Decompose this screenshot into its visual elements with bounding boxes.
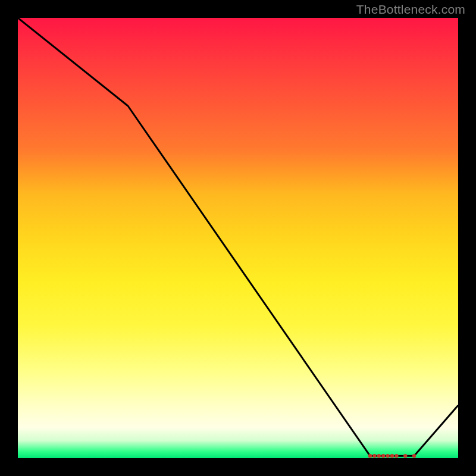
- curve-path: [18, 18, 458, 456]
- bottleneck-curve: [18, 18, 458, 456]
- marker-dot: [390, 454, 394, 458]
- marker-dot: [377, 454, 381, 458]
- marker-dot: [412, 454, 416, 458]
- marker-dot: [372, 454, 376, 458]
- marker-dot: [403, 454, 407, 458]
- chart-svg: [18, 18, 458, 458]
- watermark: TheBottleneck.com: [356, 2, 465, 17]
- marker-dot: [394, 454, 398, 458]
- chart-container: TheBottleneck.com: [0, 0, 476, 476]
- marker-dot: [386, 454, 389, 458]
- plot-area: [18, 18, 458, 458]
- marker-dot: [381, 454, 385, 458]
- marker-dot: [368, 454, 372, 458]
